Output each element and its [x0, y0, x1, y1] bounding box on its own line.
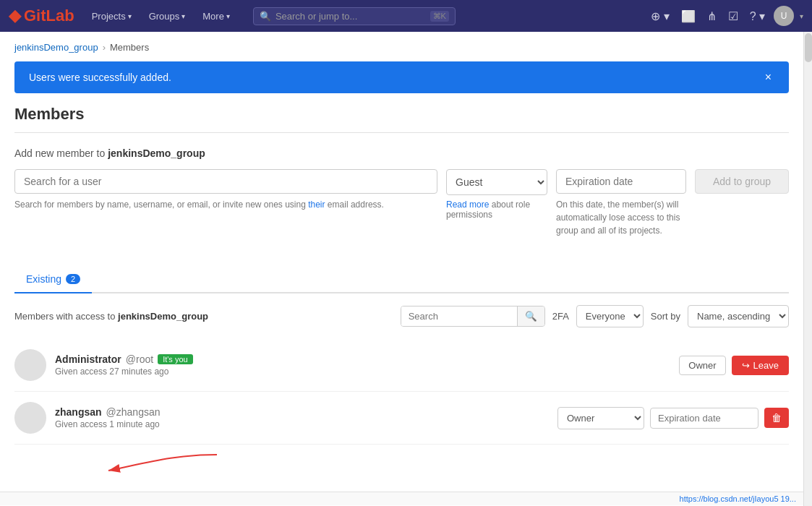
page-title: Members — [0, 105, 803, 132]
add-member-group-name: jenkinsDemo_group — [108, 147, 205, 159]
chevron-down-icon: ▾ — [128, 12, 132, 20]
add-member-title: Add new member to jenkinsDemo_group — [14, 147, 789, 159]
sortby-label: Sort by — [651, 311, 680, 322]
success-alert: Users were successfully added. × — [14, 61, 789, 93]
member-name: zhangsan @zhangsan — [55, 406, 549, 418]
top-navigation: ◆ GitLab Projects ▾ Groups ▾ More ▾ 🔍 ⌘K… — [0, 0, 812, 32]
read-more-hint: Read more about role permissions — [446, 200, 547, 220]
annotation-arrow — [14, 449, 789, 480]
trash-icon: 🗑 — [772, 412, 782, 424]
members-toolbar: Members with access to jenkinsDemo_group… — [14, 305, 789, 327]
role-column: Guest Reporter Developer Maintainer Owne… — [446, 169, 547, 220]
status-url: https://blog.csdn.net/jIayou5 19... — [680, 494, 796, 503]
chevron-down-icon: ▾ — [181, 12, 185, 20]
avatar — [14, 349, 46, 381]
member-info: Administrator @root It's you Given acces… — [55, 353, 670, 377]
divider — [14, 132, 789, 133]
user-search-input[interactable] — [14, 169, 437, 194]
add-to-group-button[interactable]: Add to group — [695, 169, 789, 194]
breadcrumb: jenkinsDemo_group › Members — [0, 32, 803, 59]
read-more-link[interactable]: Read more — [446, 200, 489, 210]
todo-icon[interactable]: ☑ — [725, 7, 741, 26]
add-button-column: Add to group — [695, 169, 789, 194]
main-content: jenkinsDemo_group › Members Users were s… — [0, 32, 803, 506]
member-row: zhangsan @zhangsan Given access 1 minute… — [14, 392, 789, 445]
add-member-section: Add new member to jenkinsDemo_group Sear… — [0, 147, 803, 252]
gitlab-logo[interactable]: ◆ GitLab — [9, 7, 74, 25]
more-nav[interactable]: More ▾ — [197, 8, 236, 25]
search-icon: 🔍 — [525, 311, 537, 322]
add-member-form-row: Search for members by name, username, or… — [14, 169, 789, 237]
tab-existing[interactable]: Existing 2 — [14, 266, 92, 293]
new-item-icon[interactable]: ⊕ ▾ — [648, 7, 672, 26]
role-select[interactable]: Guest Reporter Developer Maintainer Owne… — [446, 169, 547, 195]
chevron-down-icon: ▾ — [226, 12, 230, 20]
leave-icon: ↪ — [742, 360, 750, 371]
members-info: Members with access to jenkinsDemo_group — [14, 311, 393, 322]
avatar — [14, 402, 46, 434]
member-role-select[interactable]: Owner — [557, 407, 644, 429]
tabs: Existing 2 — [14, 266, 789, 293]
members-list-section: Members with access to jenkinsDemo_group… — [0, 293, 803, 492]
projects-nav[interactable]: Projects ▾ — [86, 8, 137, 25]
email-hint-link[interactable]: their — [308, 200, 325, 210]
scrollbar-thumb[interactable] — [805, 33, 812, 62]
member-actions: Owner 🗑 — [557, 407, 789, 429]
user-search-column: Search for members by name, username, or… — [14, 169, 437, 211]
member-given-access: Given access 27 minutes ago — [55, 366, 670, 377]
existing-count-badge: 2 — [66, 274, 80, 284]
tab-section: Existing 2 — [0, 266, 803, 293]
search-icon: 🔍 — [260, 11, 271, 22]
merge-request-icon[interactable]: ⋔ — [704, 7, 719, 26]
member-search-button[interactable]: 🔍 — [517, 306, 544, 326]
scrollbar-track[interactable] — [803, 32, 812, 506]
user-search-hint: Search for members by name, username, or… — [14, 198, 437, 211]
expiry-hint: On this date, the member(s) will automat… — [556, 198, 686, 237]
search-kbd-shortcut: ⌘K — [430, 11, 449, 22]
member-username: @root — [126, 353, 153, 365]
members-group-name: jenkinsDemo_group — [118, 311, 208, 322]
gitlab-logo-icon: ◆ — [9, 7, 21, 25]
expiry-date-field[interactable] — [556, 169, 686, 194]
nav-icons: ⊕ ▾ ⬜ ⋔ ☑ ? ▾ U ▾ — [648, 6, 803, 26]
help-icon[interactable]: ? ▾ — [747, 7, 768, 26]
breadcrumb-separator: › — [103, 42, 106, 53]
member-search-input[interactable] — [401, 306, 517, 326]
dock-icon[interactable]: ⬜ — [678, 7, 698, 26]
groups-nav[interactable]: Groups ▾ — [143, 8, 192, 25]
member-username: @zhangsan — [106, 406, 161, 418]
expiry-column: On this date, the member(s) will automat… — [556, 169, 686, 237]
member-search-wrap: 🔍 — [401, 306, 545, 327]
sortby-select[interactable]: Name, ascending — [688, 305, 789, 327]
delete-member-button[interactable]: 🗑 — [764, 408, 789, 428]
search-input[interactable] — [275, 11, 426, 22]
twofa-filter-select[interactable]: Everyone — [576, 305, 644, 327]
member-info: zhangsan @zhangsan Given access 1 minute… — [55, 406, 549, 429]
alert-close-button[interactable]: × — [762, 72, 774, 83]
twofa-label: 2FA — [552, 311, 569, 322]
avatar-chevron-icon: ▾ — [800, 12, 803, 20]
member-given-access: Given access 1 minute ago — [55, 419, 549, 429]
member-name: Administrator @root It's you — [55, 353, 670, 365]
global-search-bar: 🔍 ⌘K — [253, 7, 456, 25]
member-expiry-input[interactable] — [650, 408, 758, 429]
breadcrumb-current: Members — [110, 42, 149, 53]
statusbar: https://blog.csdn.net/jIayou5 19... — [0, 492, 803, 505]
leave-button[interactable]: ↪ Leave — [732, 356, 789, 375]
member-actions: Owner ↪ Leave — [679, 356, 789, 375]
member-row: Administrator @root It's you Given acces… — [14, 339, 789, 392]
itsyou-badge: It's you — [158, 354, 193, 364]
breadcrumb-group-link[interactable]: jenkinsDemo_group — [14, 42, 98, 53]
alert-message: Users were successfully added. — [29, 72, 171, 83]
avatar[interactable]: U — [774, 6, 794, 26]
member-role-badge: Owner — [679, 356, 725, 375]
